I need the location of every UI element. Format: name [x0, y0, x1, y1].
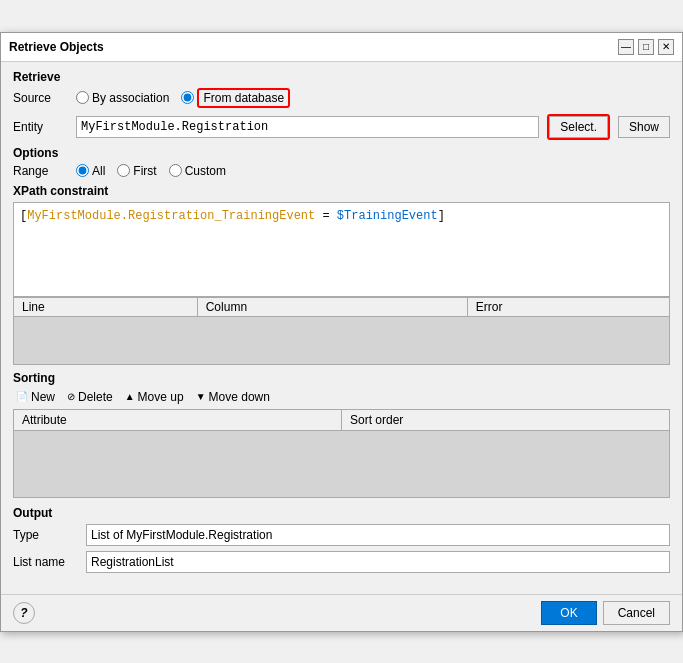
source-row: Source By association From database [13, 88, 670, 108]
sorting-label: Sorting [13, 371, 670, 385]
xpath-section-label: XPath constraint [13, 184, 670, 198]
sort-table-body [13, 430, 670, 498]
col-sort-order: Sort order [342, 410, 669, 430]
by-association-radio[interactable] [76, 91, 89, 104]
cancel-button[interactable]: Cancel [603, 601, 670, 625]
bottom-right-buttons: OK Cancel [541, 601, 670, 625]
from-database-option[interactable]: From database [181, 88, 290, 108]
close-button[interactable]: ✕ [658, 39, 674, 55]
retrieve-objects-dialog: Retrieve Objects — □ ✕ Retrieve Source B… [0, 32, 683, 632]
range-all-label: All [92, 164, 105, 178]
from-database-radio[interactable] [181, 91, 194, 104]
move-up-button[interactable]: ▲ Move up [122, 389, 187, 405]
options-section-label: Options [13, 146, 670, 160]
help-icon: ? [20, 606, 27, 620]
minimize-button[interactable]: — [618, 39, 634, 55]
entity-row: Entity Select. Show [13, 114, 670, 140]
new-button[interactable]: 📄 New [13, 389, 58, 405]
range-label: Range [13, 164, 68, 178]
range-first-option[interactable]: First [117, 164, 156, 178]
sort-table-header: Attribute Sort order [13, 409, 670, 430]
error-table: Line Column Error [13, 297, 670, 317]
delete-icon: ⊘ [67, 391, 75, 402]
col-line: Line [14, 297, 198, 316]
error-table-header-row: Line Column Error [14, 297, 670, 316]
col-attribute: Attribute [14, 410, 342, 430]
by-association-label: By association [92, 91, 169, 105]
move-down-icon: ▼ [196, 391, 206, 402]
range-first-label: First [133, 164, 156, 178]
new-btn-label: New [31, 390, 55, 404]
sorting-section: Sorting 📄 New ⊘ Delete ▲ Move up ▼ Move … [13, 371, 670, 498]
range-custom-option[interactable]: Custom [169, 164, 226, 178]
move-up-icon: ▲ [125, 391, 135, 402]
dialog-content: Retrieve Source By association From data… [1, 62, 682, 586]
error-table-head: Line Column Error [14, 297, 670, 316]
error-table-body [13, 317, 670, 365]
title-bar-controls: — □ ✕ [618, 39, 674, 55]
title-bar: Retrieve Objects — □ ✕ [1, 33, 682, 62]
range-radio-group: All First Custom [76, 164, 226, 178]
sorting-toolbar: 📄 New ⊘ Delete ▲ Move up ▼ Move down [13, 389, 670, 405]
range-all-radio[interactable] [76, 164, 89, 177]
xpath-text: [MyFirstModule.Registration_TrainingEven… [20, 209, 445, 223]
entity-input[interactable] [76, 116, 539, 138]
source-label: Source [13, 91, 68, 105]
output-label: Output [13, 506, 670, 520]
delete-button[interactable]: ⊘ Delete [64, 389, 116, 405]
list-name-row: List name [13, 551, 670, 573]
output-section: Output Type List name [13, 506, 670, 573]
entity-label: Entity [13, 120, 68, 134]
range-first-radio[interactable] [117, 164, 130, 177]
move-down-button[interactable]: ▼ Move down [193, 389, 273, 405]
select-button[interactable]: Select. [549, 116, 608, 138]
source-radio-group: By association From database [76, 88, 290, 108]
xpath-entity: MyFirstModule.Registration_TrainingEvent [27, 209, 315, 223]
range-custom-label: Custom [185, 164, 226, 178]
from-database-label: From database [197, 88, 290, 108]
type-row: Type [13, 524, 670, 546]
new-icon: 📄 [16, 391, 28, 402]
type-label: Type [13, 528, 78, 542]
ok-button[interactable]: OK [541, 601, 596, 625]
window-title: Retrieve Objects [9, 40, 104, 54]
title-bar-left: Retrieve Objects [9, 40, 104, 54]
maximize-button[interactable]: □ [638, 39, 654, 55]
bottom-bar: ? OK Cancel [1, 594, 682, 631]
delete-btn-label: Delete [78, 390, 113, 404]
bracket-close: ] [438, 209, 445, 223]
col-error: Error [467, 297, 669, 316]
range-row: Range All First Custom [13, 164, 670, 178]
col-column: Column [197, 297, 467, 316]
show-button[interactable]: Show [618, 116, 670, 138]
by-association-option[interactable]: By association [76, 91, 169, 105]
list-name-input[interactable] [86, 551, 670, 573]
select-btn-wrap: Select. [547, 114, 610, 140]
xpath-op: = [315, 209, 337, 223]
range-all-option[interactable]: All [76, 164, 105, 178]
xpath-var: $TrainingEvent [337, 209, 438, 223]
type-input[interactable] [86, 524, 670, 546]
move-down-btn-label: Move down [209, 390, 270, 404]
move-up-btn-label: Move up [138, 390, 184, 404]
retrieve-label: Retrieve [13, 70, 670, 84]
help-button[interactable]: ? [13, 602, 35, 624]
range-custom-radio[interactable] [169, 164, 182, 177]
list-name-label: List name [13, 555, 78, 569]
xpath-editor[interactable]: [MyFirstModule.Registration_TrainingEven… [13, 202, 670, 297]
